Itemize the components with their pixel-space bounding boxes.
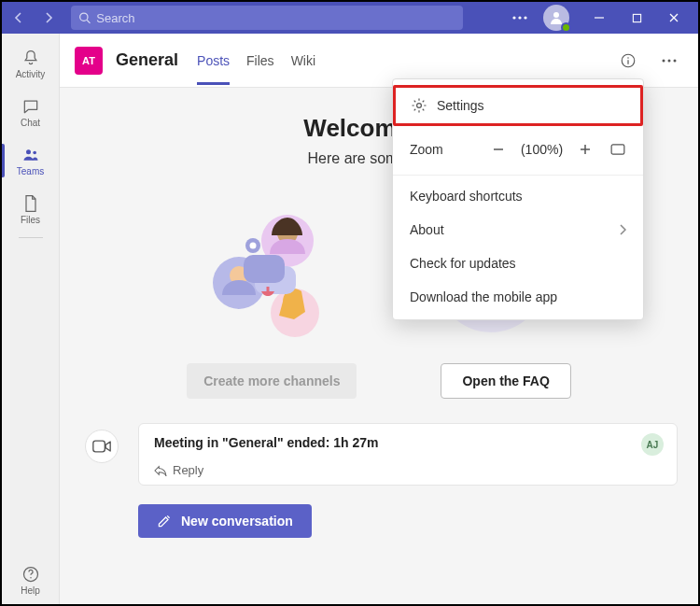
menu-item-about[interactable]: About — [393, 213, 643, 247]
reply-icon — [154, 465, 167, 476]
menu-item-settings[interactable]: Settings — [393, 85, 643, 126]
svg-rect-38 — [93, 441, 105, 452]
menu-item-keyboard-shortcuts[interactable]: Keyboard shortcuts — [393, 179, 643, 213]
rail-label: Chat — [21, 118, 40, 128]
presence-available-icon — [561, 22, 571, 33]
fullscreen-button[interactable] — [607, 137, 628, 162]
rail-item-files[interactable]: Files — [2, 185, 59, 233]
zoom-out-button[interactable] — [488, 137, 510, 162]
rail-label: Teams — [17, 166, 44, 176]
open-faq-button[interactable]: Open the FAQ — [441, 363, 570, 399]
svg-point-39 — [417, 104, 422, 108]
tab-files[interactable]: Files — [246, 36, 274, 85]
rail-label: Activity — [16, 69, 46, 79]
plus-icon — [579, 143, 592, 156]
meeting-ended-text: Meeting in "General" ended: 1h 27m — [154, 435, 662, 450]
svg-point-13 — [30, 577, 32, 579]
teams-icon — [21, 146, 40, 164]
rail-label: Help — [21, 585, 40, 596]
menu-zoom-row: Zoom (100%) — [393, 130, 643, 171]
svg-point-3 — [518, 16, 521, 19]
illustration-channels — [188, 190, 356, 348]
tab-posts[interactable]: Posts — [197, 36, 230, 85]
zoom-in-button[interactable] — [574, 137, 595, 162]
zoom-label: Zoom — [410, 142, 466, 157]
settings-dropdown-menu: Settings Zoom (100%) Keyboard shortcuts … — [392, 78, 644, 320]
profile-avatar[interactable] — [543, 5, 569, 31]
svg-line-1 — [87, 20, 90, 22]
svg-point-5 — [553, 12, 559, 18]
svg-point-17 — [663, 59, 665, 62]
forward-button[interactable] — [37, 7, 60, 29]
more-options-button[interactable] — [508, 3, 532, 33]
search-icon — [78, 11, 91, 24]
reply-button[interactable]: Reply — [154, 463, 662, 477]
channel-info-button[interactable] — [614, 47, 642, 75]
channel-tabs: Posts Files Wiki — [197, 36, 315, 85]
svg-rect-43 — [611, 145, 624, 154]
rail-item-chat[interactable]: Chat — [2, 88, 59, 136]
main-content: AT General Posts Files Wiki Welcome to t — [60, 34, 698, 604]
svg-point-19 — [674, 59, 677, 62]
channel-name: General — [116, 50, 178, 70]
gear-icon — [411, 97, 427, 114]
svg-point-11 — [33, 150, 36, 154]
rail-label: Files — [21, 215, 40, 225]
fullscreen-icon — [610, 144, 625, 155]
tab-wiki[interactable]: Wiki — [291, 36, 315, 85]
new-conversation-button[interactable]: New conversation — [138, 504, 312, 538]
zoom-value: (100%) — [521, 142, 563, 157]
app-rail: Activity Chat Teams Files Help — [2, 34, 60, 604]
search-box[interactable] — [71, 6, 463, 30]
participant-avatar[interactable]: AJ — [641, 433, 664, 456]
channel-more-button[interactable] — [655, 47, 683, 75]
help-icon — [21, 565, 40, 584]
search-input[interactable] — [96, 11, 455, 25]
person-icon — [549, 10, 564, 25]
rail-item-help[interactable]: Help — [2, 556, 59, 604]
menu-item-check-updates[interactable]: Check for updates — [393, 247, 643, 280]
meeting-icon — [85, 430, 119, 463]
back-button[interactable] — [7, 7, 30, 29]
titlebar — [2, 2, 698, 34]
meeting-ended-card: Meeting in "General" ended: 1h 27m AJ Re… — [138, 423, 678, 486]
svg-point-2 — [512, 16, 515, 19]
maximize-button[interactable] — [618, 2, 655, 34]
svg-point-0 — [80, 13, 88, 21]
svg-point-4 — [524, 16, 526, 19]
svg-point-10 — [26, 149, 31, 154]
minus-icon — [492, 143, 505, 156]
chevron-right-icon — [619, 224, 626, 235]
menu-item-download-mobile[interactable]: Download the mobile app — [393, 280, 643, 314]
app-window: Activity Chat Teams Files Help — [0, 0, 700, 606]
svg-rect-7 — [633, 14, 640, 21]
svg-point-15 — [627, 57, 629, 59]
svg-rect-27 — [244, 255, 285, 283]
compose-icon — [157, 514, 172, 528]
window-controls — [581, 2, 693, 34]
file-icon — [22, 194, 39, 213]
rail-item-teams[interactable]: Teams — [2, 136, 59, 185]
video-icon — [92, 439, 111, 454]
minimize-button[interactable] — [581, 2, 618, 34]
close-button[interactable] — [655, 2, 693, 34]
create-channels-button[interactable]: Create more channels — [187, 363, 357, 399]
rail-item-activity[interactable]: Activity — [2, 39, 59, 88]
chat-icon — [21, 97, 40, 116]
team-avatar[interactable]: AT — [75, 47, 103, 75]
svg-point-29 — [250, 243, 257, 249]
svg-point-18 — [668, 59, 671, 62]
bell-icon — [21, 49, 40, 67]
